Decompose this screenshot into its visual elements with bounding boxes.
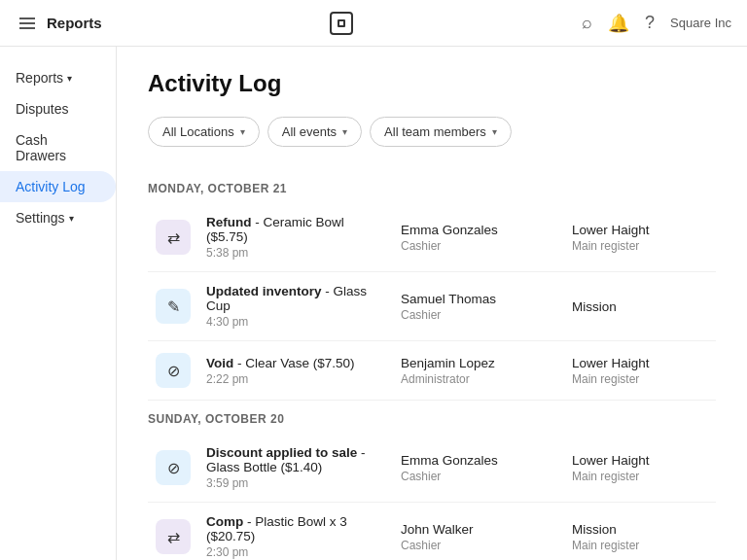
person-role: Cashier	[401, 239, 556, 253]
event-person: Emma GonzalesCashier	[401, 223, 556, 253]
nav-title: Reports	[47, 15, 102, 31]
sidebar-item-activity-log[interactable]: Activity Log	[0, 171, 116, 202]
sidebar-activity-log-label: Activity Log	[16, 179, 86, 194]
event-info: Comp - Plastic Bowl x 3 ($20.75)2:30 pm	[206, 514, 385, 559]
locations-filter-label: All Locations	[162, 124, 234, 139]
location-name: Lower Haight	[572, 356, 708, 370]
event-time: 5:38 pm	[206, 246, 385, 260]
filter-bar: All Locations ▾ All events ▾ All team me…	[148, 117, 716, 147]
help-icon[interactable]: ?	[645, 13, 655, 33]
event-time: 4:30 pm	[206, 315, 385, 329]
event-row: ⊘Void - Clear Vase ($7.50)2:22 pmBenjami…	[148, 341, 716, 401]
sidebar-settings-label: Settings	[16, 210, 65, 226]
inventory-icon: ✎	[156, 289, 191, 324]
event-time: 2:22 pm	[206, 372, 385, 386]
event-info: Updated inventory - Glass Cup4:30 pm	[206, 284, 385, 329]
discount-icon: ⊘	[156, 450, 191, 485]
event-name: Comp - Plastic Bowl x 3 ($20.75)	[206, 514, 385, 543]
event-row: ✎Updated inventory - Glass Cup4:30 pmSam…	[148, 272, 716, 341]
person-name: Emma Gonzales	[401, 223, 556, 237]
location-register: Main register	[572, 239, 708, 253]
locations-filter-button[interactable]: All Locations ▾	[148, 117, 260, 147]
sidebar-reports-label: Reports	[16, 70, 63, 86]
chevron-down-icon-locations: ▾	[240, 126, 245, 137]
event-info: Discount applied to sale - Glass Bottle …	[206, 445, 385, 490]
activity-section: SUNDAY, OCTOBER 20⊘Discount applied to s…	[148, 401, 716, 560]
event-location: Lower HaightMain register	[572, 453, 708, 483]
refund-icon: ⇄	[156, 220, 191, 255]
sidebar-item-reports[interactable]: Reports ▾	[0, 62, 116, 93]
sidebar-cash-drawers-label: Cash Drawers	[16, 132, 100, 163]
sidebar-disputes-label: Disputes	[16, 101, 68, 117]
location-register: Main register	[572, 470, 708, 483]
sidebar: Reports ▾ Disputes Cash Drawers Activity…	[0, 47, 117, 560]
person-role: Cashier	[401, 470, 556, 483]
square-logo	[330, 12, 353, 35]
sidebar-item-settings[interactable]: Settings ▾	[0, 202, 116, 233]
section-date-header: MONDAY, OCTOBER 21	[148, 170, 716, 203]
top-nav-right: ⌕ 🔔 ? Square Inc	[582, 13, 731, 34]
event-name: Updated inventory - Glass Cup	[206, 284, 385, 313]
location-register: Main register	[572, 372, 708, 386]
chevron-down-icon-events: ▾	[342, 126, 347, 137]
event-info: Void - Clear Vase ($7.50)2:22 pm	[206, 356, 385, 386]
hamburger-icon[interactable]	[16, 14, 39, 33]
event-location: MissionMain register	[572, 522, 708, 552]
team-members-filter-button[interactable]: All team members ▾	[370, 117, 512, 147]
location-register: Main register	[572, 539, 708, 552]
events-filter-button[interactable]: All events ▾	[267, 117, 362, 147]
event-location: Lower HaightMain register	[572, 223, 708, 253]
comp-icon: ⇄	[156, 519, 191, 554]
chevron-down-icon-settings: ▾	[69, 213, 74, 224]
layout: Reports ▾ Disputes Cash Drawers Activity…	[0, 47, 747, 560]
event-time: 3:59 pm	[206, 476, 385, 490]
search-icon[interactable]: ⌕	[582, 13, 592, 33]
event-info: Refund - Ceramic Bowl ($5.75)5:38 pm	[206, 215, 385, 260]
events-filter-label: All events	[282, 124, 337, 139]
person-name: John Walker	[401, 522, 556, 537]
person-name: Samuel Thomas	[401, 292, 556, 306]
bell-icon[interactable]: 🔔	[608, 13, 629, 34]
person-name: Benjamin Lopez	[401, 356, 556, 370]
activity-section: MONDAY, OCTOBER 21⇄Refund - Ceramic Bowl…	[148, 170, 716, 401]
section-date-header: SUNDAY, OCTOBER 20	[148, 401, 716, 434]
event-row: ⇄Comp - Plastic Bowl x 3 ($20.75)2:30 pm…	[148, 503, 716, 560]
chevron-down-icon: ▾	[67, 73, 72, 84]
location-name: Lower Haight	[572, 453, 708, 468]
top-nav: Reports ⌕ 🔔 ? Square Inc	[0, 0, 747, 47]
event-person: Samuel ThomasCashier	[401, 292, 556, 322]
chevron-down-icon-team: ▾	[492, 126, 497, 137]
event-row: ⇄Refund - Ceramic Bowl ($5.75)5:38 pmEmm…	[148, 203, 716, 272]
person-name: Emma Gonzales	[401, 453, 556, 468]
sidebar-item-disputes[interactable]: Disputes	[0, 93, 116, 124]
company-name: Square Inc	[670, 16, 731, 30]
event-person: John WalkerCashier	[401, 522, 556, 552]
person-role: Administrator	[401, 372, 556, 386]
event-location: Mission	[572, 299, 708, 314]
event-name: Discount applied to sale - Glass Bottle …	[206, 445, 385, 474]
team-members-filter-label: All team members	[384, 124, 486, 139]
event-person: Emma GonzalesCashier	[401, 453, 556, 483]
page-title: Activity Log	[148, 70, 716, 97]
top-nav-left: Reports	[16, 14, 102, 33]
person-role: Cashier	[401, 539, 556, 552]
location-name: Lower Haight	[572, 223, 708, 237]
top-nav-center	[330, 12, 353, 35]
event-name: Refund - Ceramic Bowl ($5.75)	[206, 215, 385, 244]
event-time: 2:30 pm	[206, 545, 385, 559]
void-icon: ⊘	[156, 353, 191, 388]
person-role: Cashier	[401, 308, 556, 322]
event-location: Lower HaightMain register	[572, 356, 708, 386]
location-name: Mission	[572, 522, 708, 537]
activity-sections: MONDAY, OCTOBER 21⇄Refund - Ceramic Bowl…	[148, 170, 716, 560]
event-person: Benjamin LopezAdministrator	[401, 356, 556, 386]
sidebar-item-cash-drawers[interactable]: Cash Drawers	[0, 124, 116, 171]
event-row: ⊘Discount applied to sale - Glass Bottle…	[148, 434, 716, 503]
location-name: Mission	[572, 299, 708, 314]
main-content: Activity Log All Locations ▾ All events …	[117, 47, 747, 560]
event-name: Void - Clear Vase ($7.50)	[206, 356, 385, 370]
